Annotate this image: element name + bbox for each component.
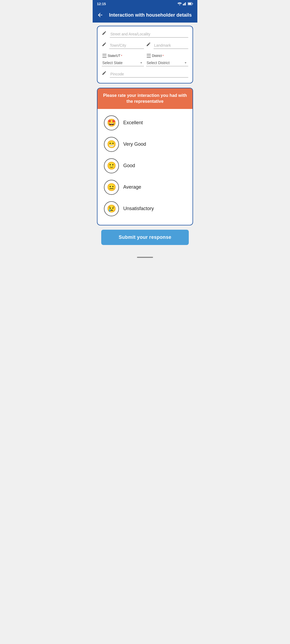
page-title: Interaction with householder details [108, 12, 193, 18]
very-good-emoji: 😁 [104, 137, 119, 152]
state-icon-wrap [102, 53, 107, 58]
bottom-indicator [137, 257, 153, 258]
district-select[interactable]: Select District [147, 61, 183, 65]
state-col: State/UT* Select State [102, 53, 144, 66]
landmark-col [146, 42, 188, 49]
svg-point-0 [179, 5, 180, 5]
svg-rect-5 [193, 3, 193, 4]
rating-card: Please rate your interaction you had wit… [97, 88, 193, 225]
status-bar: 12:15 [93, 0, 197, 8]
landmark-edit-icon-wrap [146, 42, 152, 48]
state-list-icon [102, 53, 107, 58]
state-chevron-icon [139, 61, 143, 65]
district-required-star: * [162, 54, 164, 58]
state-label: State/UT* [102, 53, 144, 58]
rating-options-list: 🤩 Excellent 😁 Very Good 🙂 Good 😐 Average… [97, 109, 193, 225]
pincode-row [102, 71, 188, 78]
wifi-icon [177, 2, 182, 5]
edit-icon [102, 31, 107, 35]
street-input-wrap[interactable] [110, 31, 188, 38]
district-col: District* Select District [146, 53, 188, 66]
unsatisfactory-label: Unsatisfactory [123, 206, 154, 211]
svg-rect-6 [188, 3, 191, 5]
back-button[interactable] [97, 12, 103, 18]
svg-rect-2 [184, 3, 185, 5]
town-input-wrap[interactable] [109, 42, 144, 49]
bottom-bar [93, 255, 197, 260]
district-list-icon [146, 53, 151, 58]
district-label: District* [146, 53, 188, 58]
pincode-input-wrap[interactable] [110, 71, 188, 78]
battery-icon [188, 2, 193, 5]
average-label: Average [123, 184, 141, 190]
district-field-label: District [152, 54, 162, 58]
pincode-edit-icon [102, 71, 107, 75]
rating-option-good[interactable]: 🙂 Good [102, 155, 188, 177]
submit-button[interactable]: Submit your response [101, 230, 189, 245]
pincode-edit-icon-wrap [102, 71, 108, 76]
good-label: Good [123, 163, 135, 169]
submit-button-wrap: Submit your response [97, 230, 193, 251]
rating-option-unsatisfactory[interactable]: 😢 Unsatisfactory [102, 198, 188, 219]
rating-option-excellent[interactable]: 🤩 Excellent [102, 112, 188, 134]
very-good-label: Very Good [123, 141, 146, 147]
town-landmark-row [102, 42, 188, 49]
town-edit-icon-wrap [102, 42, 108, 48]
landmark-input[interactable] [154, 42, 188, 49]
town-col [102, 42, 144, 49]
signal-icon [183, 2, 187, 5]
main-content: State/UT* Select State [93, 23, 197, 255]
excellent-emoji: 🤩 [104, 115, 119, 130]
state-district-row: State/UT* Select State [102, 53, 188, 66]
district-icon-wrap [146, 53, 151, 58]
street-row [102, 31, 188, 38]
svg-rect-3 [185, 2, 186, 5]
state-select-wrap[interactable]: Select State [102, 60, 144, 66]
pincode-input[interactable] [110, 71, 188, 78]
district-chevron-icon [183, 61, 188, 65]
town-input[interactable] [109, 42, 144, 49]
rating-header: Please rate your interaction you had wit… [97, 88, 193, 109]
state-select[interactable]: Select State [102, 61, 139, 65]
svg-rect-1 [183, 4, 184, 5]
street-edit-icon-wrap [102, 31, 108, 36]
state-required-star: * [121, 54, 122, 58]
time-display: 12:15 [97, 2, 106, 6]
rating-header-text: Please rate your interaction you had wit… [103, 93, 187, 105]
rating-option-average[interactable]: 😐 Average [102, 177, 188, 198]
address-form-card: State/UT* Select State [97, 26, 193, 83]
average-emoji: 😐 [104, 180, 119, 195]
landmark-edit-icon [146, 42, 151, 47]
street-input[interactable] [110, 31, 188, 38]
landmark-input-wrap[interactable] [154, 42, 188, 49]
town-edit-icon [102, 42, 107, 47]
app-bar: Interaction with householder details [93, 8, 197, 23]
good-emoji: 🙂 [104, 158, 119, 173]
rating-option-very-good[interactable]: 😁 Very Good [102, 134, 188, 155]
district-select-wrap[interactable]: Select District [146, 60, 188, 66]
status-icons [177, 2, 193, 5]
excellent-label: Excellent [123, 120, 143, 126]
state-field-label: State/UT [108, 54, 120, 58]
unsatisfactory-emoji: 😢 [104, 201, 119, 216]
